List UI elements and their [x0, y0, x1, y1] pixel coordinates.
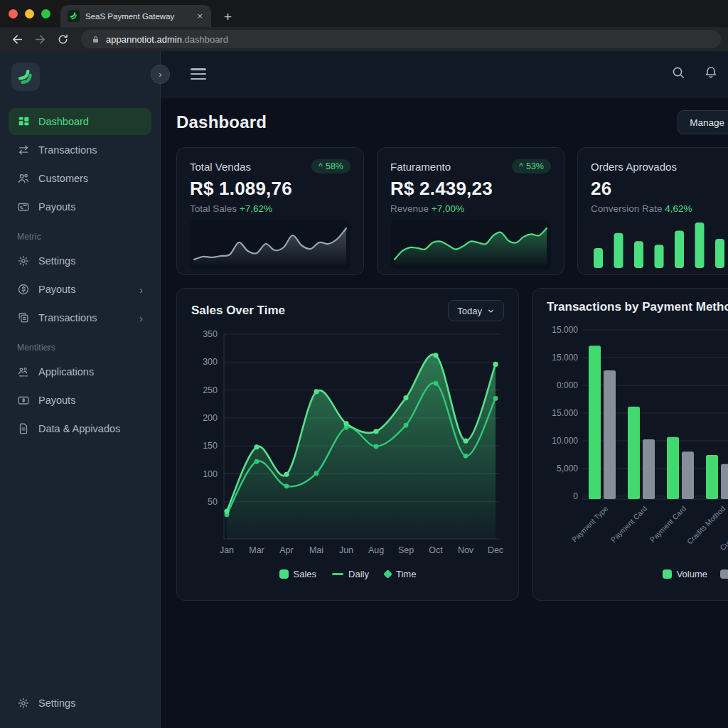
- stat-title: Faturamento: [390, 161, 451, 173]
- svg-text:Dec: Dec: [488, 545, 503, 555]
- svg-text:150: 150: [203, 441, 218, 451]
- chevron-right-icon: ›: [139, 284, 143, 296]
- svg-text:15.000: 15.000: [552, 325, 578, 335]
- legend-square-marker: [663, 569, 672, 579]
- sidebar-item-transactions[interactable]: Transactions: [9, 136, 151, 164]
- users-group-icon: [17, 365, 30, 378]
- url-domain: appannotiot.admin: [106, 34, 182, 45]
- sidebar-item-transactions-metric[interactable]: Transactions ›: [9, 304, 151, 331]
- sidebar-item-data-appivados[interactable]: Data & Appivados: [9, 415, 151, 442]
- dollar-circle-icon: [17, 283, 30, 296]
- svg-text:0: 0: [573, 491, 578, 501]
- svg-text:300: 300: [203, 357, 218, 367]
- svg-text:Mar: Mar: [249, 545, 264, 555]
- transactions-by-method-card: Transactions by Payment Method 15.00015.…: [532, 288, 728, 601]
- window-controls: [0, 0, 60, 27]
- reload-icon[interactable]: [53, 29, 73, 49]
- sidebar-item-settings[interactable]: Settings: [9, 247, 151, 274]
- document-icon: [17, 422, 30, 435]
- page-title: Dashboard: [176, 112, 267, 132]
- back-icon[interactable]: [7, 29, 27, 49]
- stat-card-orders-aprovados: Orders Aprovados ^ 26 Conversion Rate 4,…: [577, 147, 728, 275]
- payment-method-bar-chart: 15.00015.0000:00015.00010.0005,0000Payme…: [547, 320, 728, 562]
- stat-delta: 4,62%: [665, 203, 692, 214]
- stat-subtitle: Total Sales +7,62%: [190, 203, 350, 214]
- svg-text:10.000: 10.000: [552, 436, 578, 446]
- sidebar-item-customers[interactable]: Customers: [9, 165, 151, 192]
- zoom-window-button[interactable]: [41, 9, 50, 18]
- manage-button[interactable]: Manage: [678, 110, 728, 134]
- chart-title: Transactions by Payment Method: [547, 300, 728, 314]
- sidebar-item-label: Settings: [38, 697, 75, 709]
- minimize-window-button[interactable]: [25, 9, 34, 18]
- stat-badge: ^53%: [512, 159, 551, 173]
- url-path: .dashboard: [182, 34, 228, 45]
- svg-text:Aug: Aug: [368, 545, 384, 555]
- bell-icon[interactable]: [704, 65, 718, 82]
- browser-tab-strip: SeaS Payment Gateway × +: [0, 0, 728, 27]
- legend-square-marker: [279, 569, 289, 579]
- svg-text:Cradits Mothod: Cradits Mothod: [685, 504, 727, 546]
- sidebar-item-label: Transactions: [38, 144, 97, 156]
- new-tab-button[interactable]: +: [224, 10, 232, 23]
- app-logo[interactable]: [11, 63, 40, 91]
- stat-title: Orders Aprovados: [591, 161, 677, 173]
- svg-text:200: 200: [203, 413, 218, 423]
- stat-card-faturamento: Faturamento ^53% R$ 2.439,23 Revenue +7,…: [377, 147, 564, 275]
- sales-line-chart: 35030025020015010050JanMarAprMaiJunAugSe…: [191, 326, 505, 562]
- svg-text:15.000: 15.000: [552, 408, 578, 418]
- range-selector-dropdown[interactable]: Today: [448, 300, 504, 321]
- sidebar-item-payouts-2[interactable]: Payouts: [9, 387, 151, 414]
- close-window-button[interactable]: [9, 9, 18, 18]
- stat-delta: +7,62%: [240, 203, 272, 214]
- stat-value: R$ 1.089,76: [190, 178, 350, 200]
- sidebar-collapse-button[interactable]: ›: [151, 65, 170, 84]
- stat-delta: +7,00%: [432, 203, 464, 214]
- sidebar-item-label: Payouts: [38, 201, 75, 213]
- users-icon: [17, 172, 30, 185]
- tab-close-icon[interactable]: ×: [196, 11, 204, 21]
- svg-text:Payment Card: Payment Card: [609, 504, 648, 544]
- svg-text:50: 50: [208, 497, 218, 507]
- gear-icon: [17, 255, 30, 267]
- sidebar-item-label: Settings: [38, 255, 75, 267]
- sidebar-item-dashboard[interactable]: Dashboard: [9, 108, 151, 135]
- sidebar-item-label: Data & Appivados: [38, 423, 120, 434]
- svg-text:Jan: Jan: [220, 545, 234, 555]
- stat-subtitle: Revenue +7,00%: [390, 203, 551, 214]
- screenshot-root: SeaS Payment Gateway × + appannotiot.adm…: [0, 0, 728, 728]
- legend-diamond-marker: [383, 569, 392, 579]
- sidebar-item-label: Transactions: [38, 312, 97, 323]
- sidebar-item-applications[interactable]: Applications: [9, 358, 151, 385]
- browser-tab[interactable]: SeaS Payment Gateway ×: [60, 5, 211, 27]
- legend-gray-marker: [720, 569, 728, 579]
- lock-icon: [91, 35, 100, 44]
- sparkline-chart: [390, 220, 552, 267]
- sidebar-item-label: Payouts: [38, 284, 75, 295]
- tab-title: SeaS Payment Gateway: [85, 12, 190, 21]
- svg-text:250: 250: [203, 385, 218, 395]
- svg-text:100: 100: [203, 469, 218, 479]
- stat-subtitle: Conversion Rate 4,62%: [591, 203, 728, 214]
- hamburger-menu-icon[interactable]: [191, 68, 206, 80]
- sparkline-chart: [190, 220, 352, 267]
- mini-bar-chart: [591, 218, 728, 268]
- sidebar-item-settings-bottom[interactable]: Settings: [9, 690, 151, 717]
- sidebar-item-label: Payouts: [38, 395, 75, 406]
- svg-text:5,000: 5,000: [557, 464, 578, 473]
- svg-text:Payment Card: Payment Card: [648, 504, 687, 544]
- search-icon[interactable]: [671, 65, 685, 82]
- sidebar: Dashboard Transactions Customers: [0, 51, 161, 728]
- line-chart-legend: Sales Daily Time: [191, 569, 504, 579]
- address-bar[interactable]: appannotiot.admin.dashboard: [81, 30, 721, 48]
- sidebar-item-payouts-metric[interactable]: Payouts ›: [9, 276, 151, 303]
- app-header: ›: [161, 51, 728, 97]
- sidebar-section-metric: Metric: [17, 232, 151, 242]
- forward-icon[interactable]: [30, 29, 50, 49]
- sidebar-item-payouts[interactable]: Payouts: [9, 193, 151, 220]
- sidebar-item-label: Customers: [38, 173, 88, 184]
- card-icon: [17, 200, 30, 213]
- svg-text:Payment Type: Payment Type: [570, 504, 610, 544]
- stat-badge: ^58%: [311, 159, 350, 173]
- sidebar-section-mentitiers: Mentitiers: [17, 343, 151, 353]
